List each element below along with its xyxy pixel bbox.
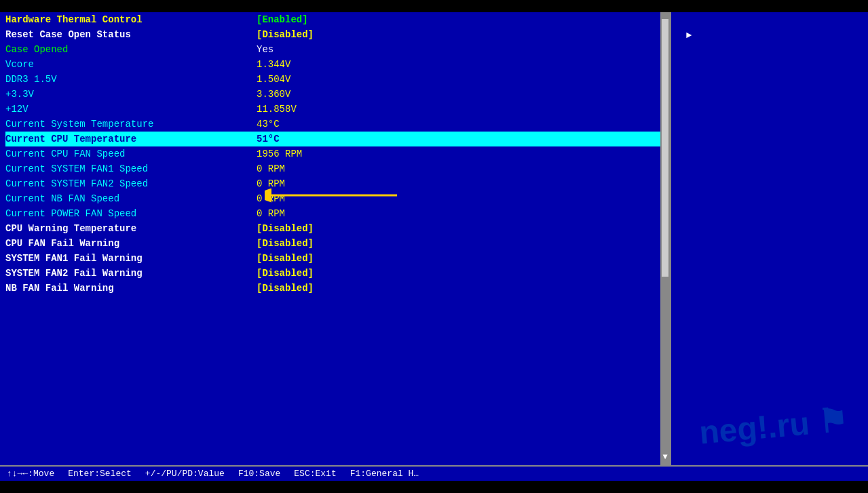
row-label-case-opened: Case Opened — [5, 44, 257, 55]
row-label-power-fan: Current POWER FAN Speed — [5, 208, 257, 219]
row-label-sys-fan1-fail: SYSTEM FAN1 Fail Warning — [5, 253, 257, 264]
row-label-sys-fan1: Current SYSTEM FAN1 Speed — [5, 163, 257, 174]
row-value-case-opened: Yes — [257, 44, 273, 55]
bios-row-case-opened[interactable]: Case OpenedYes — [5, 42, 664, 57]
left-panel: Hardware Thermal Control[Enabled]Reset C… — [0, 12, 671, 465]
torn-bottom-edge — [0, 481, 868, 493]
row-value-cpu-fan: 1956 RPM — [257, 149, 302, 159]
row-label-v33: +3.3V — [5, 89, 257, 100]
bottom-general: F1:General H… — [350, 469, 419, 479]
bottom-exit: ESC:Exit — [294, 469, 336, 479]
row-value-hardware-thermal: [Enabled] — [257, 14, 308, 25]
row-label-sys-fan2: Current SYSTEM FAN2 Speed — [5, 178, 257, 189]
row-value-ddr3: 1.504V — [257, 74, 290, 85]
row-label-sys-fan2-fail: SYSTEM FAN2 Fail Warning — [5, 268, 257, 279]
row-label-cpu-fan-fail: CPU FAN Fail Warning — [5, 238, 257, 249]
torn-top-edge — [0, 0, 868, 12]
main-content: Hardware Thermal Control[Enabled]Reset C… — [0, 12, 868, 465]
bottom-bar: ↑↓→←:Move Enter:Select +/-/PU/PD:Value F… — [0, 465, 868, 481]
row-value-sys-fan2-fail: [Disabled] — [257, 268, 314, 279]
row-value-sys-fan1-fail: [Disabled] — [257, 253, 314, 264]
bios-row-sys-fan1[interactable]: Current SYSTEM FAN1 Speed0 RPM — [5, 161, 664, 176]
row-label-vcore: Vcore — [5, 59, 257, 70]
row-value-cpu-fan-fail: [Disabled] — [257, 238, 314, 249]
cpu-temp-arrow — [265, 185, 400, 209]
row-value-cpu-warn-temp: [Disabled] — [257, 223, 314, 234]
bios-row-v33[interactable]: +3.3V3.360V — [5, 87, 664, 102]
row-value-nb-fan-fail: [Disabled] — [257, 283, 314, 294]
bios-row-cpu-fan-fail[interactable]: CPU FAN Fail Warning[Disabled] — [5, 236, 664, 251]
bios-row-sys-fan1-fail[interactable]: SYSTEM FAN1 Fail Warning[Disabled] — [5, 251, 664, 266]
row-label-sys-temp: Current System Temperature — [5, 119, 257, 130]
bios-row-nb-fan-fail[interactable]: NB FAN Fail Warning[Disabled] — [5, 281, 664, 296]
menu-level-arrow: ► — [686, 30, 692, 41]
bios-row-v12[interactable]: +12V11.858V — [5, 102, 664, 117]
row-value-reset-case: [Disabled] — [257, 29, 314, 40]
bottom-value: +/-/PU/PD:Value — [145, 469, 225, 479]
row-value-sys-fan1: 0 RPM — [257, 163, 285, 174]
scrollbar-thumb — [662, 19, 668, 277]
menu-level-row: ► — [679, 30, 860, 41]
row-label-ddr3: DDR3 1.5V — [5, 74, 257, 85]
scrollbar[interactable]: ▼ — [660, 12, 670, 465]
row-label-hardware-thermal: Hardware Thermal Control — [5, 14, 257, 25]
bios-row-ddr3[interactable]: DDR3 1.5V1.504V — [5, 72, 664, 87]
bios-row-cpu-fan[interactable]: Current CPU FAN Speed1956 RPM — [5, 146, 664, 161]
row-value-vcore: 1.344V — [257, 59, 290, 70]
bios-rows-container: Hardware Thermal Control[Enabled]Reset C… — [5, 12, 664, 296]
row-value-v12: 11.858V — [257, 104, 297, 115]
row-value-cpu-temp: 51°C — [257, 134, 280, 144]
bios-row-reset-case[interactable]: Reset Case Open Status[Disabled] — [5, 27, 664, 42]
row-label-cpu-warn-temp: CPU Warning Temperature — [5, 223, 257, 234]
row-value-sys-temp: 43°C — [257, 119, 280, 130]
bios-screen: Hardware Thermal Control[Enabled]Reset C… — [0, 0, 868, 493]
row-label-nb-fan: Current NB FAN Speed — [5, 193, 257, 204]
bottom-save: F10:Save — [238, 469, 280, 479]
row-label-v12: +12V — [5, 104, 257, 115]
bios-row-vcore[interactable]: Vcore1.344V — [5, 57, 664, 72]
bottom-move: ↑↓→←:Move — [7, 469, 54, 479]
row-label-reset-case: Reset Case Open Status — [5, 29, 257, 40]
bios-row-sys-fan2-fail[interactable]: SYSTEM FAN2 Fail Warning[Disabled] — [5, 266, 664, 281]
scrollbar-down-arrow[interactable]: ▼ — [662, 452, 667, 462]
bios-row-hardware-thermal[interactable]: Hardware Thermal Control[Enabled] — [5, 12, 664, 27]
row-value-v33: 3.360V — [257, 89, 290, 100]
bios-row-cpu-warn-temp[interactable]: CPU Warning Temperature[Disabled] — [5, 221, 664, 236]
bios-row-sys-temp[interactable]: Current System Temperature43°C — [5, 117, 664, 132]
row-label-nb-fan-fail: NB FAN Fail Warning — [5, 283, 257, 294]
row-label-cpu-temp: Current CPU Temperature — [5, 134, 257, 144]
row-label-cpu-fan: Current CPU FAN Speed — [5, 149, 257, 159]
right-panel: ► — [671, 12, 868, 465]
bottom-select: Enter:Select — [68, 469, 132, 479]
row-value-power-fan: 0 RPM — [257, 208, 285, 219]
bios-row-cpu-temp[interactable]: Current CPU Temperature51°C — [5, 132, 664, 146]
